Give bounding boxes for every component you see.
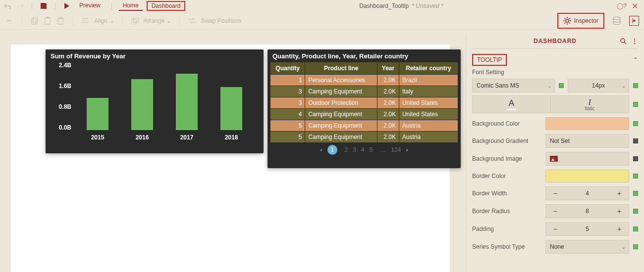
table-title: Quantity, Product line, Year, Retailer c… xyxy=(268,52,461,62)
svg-rect-5 xyxy=(58,18,63,24)
state-dot[interactable] xyxy=(633,209,638,214)
bar[interactable] xyxy=(220,87,242,130)
save-icon[interactable] xyxy=(39,1,48,10)
background-gradient-label: Background Gradient xyxy=(472,137,541,144)
table-row[interactable]: 5Camping Equipment2.0KAustria xyxy=(270,132,458,143)
state-dot[interactable] xyxy=(633,174,638,179)
table-row[interactable]: 3Camping Equipment2.0KItaly xyxy=(270,86,458,97)
arrange-dropdown[interactable]: Arrange ⌄ xyxy=(144,17,172,24)
state-dot[interactable] xyxy=(633,227,638,231)
state-dot[interactable] xyxy=(633,121,638,126)
align-icon xyxy=(81,16,90,25)
font-color-button[interactable]: A xyxy=(472,95,550,113)
align-dropdown[interactable]: Align ⌄ xyxy=(94,17,114,24)
revenue-chart-widget[interactable]: Sum of Revenue by Year 2.4B1.6B0.8B0.0B … xyxy=(46,49,264,153)
border-width-label: Border Width xyxy=(472,190,541,197)
background-image-label: Background Image xyxy=(472,155,541,162)
close-icon[interactable]: ✕ xyxy=(632,1,638,11)
workspace: Sum of Revenue by Year 2.4B1.6B0.8B0.0B … xyxy=(0,30,461,272)
gear-icon xyxy=(563,17,571,25)
play-icon[interactable] xyxy=(62,1,71,10)
title-bar: Preview Home Dashboard Dashboard_Tooltip… xyxy=(0,0,644,12)
minus-icon[interactable]: − xyxy=(550,207,561,215)
series-symbol-type-select[interactable]: None⌄ xyxy=(545,240,629,254)
tooltip-section-header[interactable]: TOOLTIP ⌃ xyxy=(472,54,638,66)
section-title: TOOLTIP xyxy=(472,54,507,66)
background-gradient-select[interactable]: Not Set xyxy=(545,134,629,148)
chevron-down-icon: ⌄ xyxy=(166,17,171,24)
border-color-swatch[interactable] xyxy=(545,170,629,182)
state-dot[interactable] xyxy=(633,138,638,143)
svg-rect-6 xyxy=(131,19,136,24)
dashboard-canvas[interactable]: Sum of Revenue by Year 2.4B1.6B0.8B0.0B … xyxy=(11,45,450,272)
pager-page[interactable]: 4 xyxy=(361,146,365,153)
preview-tab[interactable]: Preview xyxy=(75,1,105,11)
undo-icon[interactable] xyxy=(3,1,12,10)
state-dot[interactable] xyxy=(633,83,638,88)
panel-title: DASHBOARD xyxy=(534,38,577,45)
document-title: Dashboard_Tooltip* Unsaved * xyxy=(185,2,617,9)
copy-icon[interactable] xyxy=(30,16,39,25)
more-icon[interactable]: ⋮ xyxy=(632,38,638,45)
background-color-swatch[interactable] xyxy=(545,117,629,130)
table-row[interactable]: 5Camping Equipment2.0KAustria xyxy=(270,120,458,132)
bar[interactable] xyxy=(131,79,153,130)
chevron-down-icon: ⌄ xyxy=(622,244,626,250)
inspector-button[interactable]: Inspector xyxy=(557,13,604,29)
state-dot[interactable] xyxy=(633,244,638,249)
ribbon: ✂ Align ⌄ Arrange ⌄ Swap Positions Inspe… xyxy=(0,12,644,30)
x-axis-labels: 2015201620172018 xyxy=(75,134,254,141)
chart-bars xyxy=(75,65,254,130)
minus-icon[interactable]: − xyxy=(550,189,561,197)
pager-next-icon[interactable]: › xyxy=(406,146,408,153)
svg-point-9 xyxy=(613,17,620,20)
panel-toggle-icon[interactable] xyxy=(629,16,639,26)
font-family-select[interactable]: Comic Sans MS⌄ xyxy=(472,79,555,92)
data-table-widget[interactable]: Quantity, Product line, Year, Retailer c… xyxy=(268,49,461,168)
table-row[interactable]: 4Camping Equipment2.0KUnited States xyxy=(270,109,458,120)
search-icon[interactable] xyxy=(620,38,627,45)
delete-icon[interactable] xyxy=(56,16,65,25)
datasource-icon[interactable] xyxy=(611,16,622,25)
state-dot[interactable] xyxy=(559,83,564,88)
bar[interactable] xyxy=(176,74,198,130)
padding-stepper[interactable]: − 5 + xyxy=(545,222,629,236)
dashboard-tab[interactable]: Dashboard xyxy=(147,1,186,11)
border-radius-stepper[interactable]: − 8 + xyxy=(545,204,629,218)
border-width-stepper[interactable]: − 4 + xyxy=(545,186,629,200)
bar[interactable] xyxy=(87,98,108,130)
pager-prev-icon[interactable]: ‹ xyxy=(321,146,322,153)
pager-page[interactable]: 2 xyxy=(345,146,348,153)
plus-icon[interactable]: + xyxy=(614,189,625,197)
background-image-picker[interactable] xyxy=(545,152,629,166)
minus-icon[interactable]: − xyxy=(550,225,561,233)
swap-positions-button[interactable]: Swap Positions xyxy=(201,17,241,24)
svg-point-10 xyxy=(621,39,625,43)
svg-rect-2 xyxy=(33,17,38,23)
plus-icon[interactable]: + xyxy=(614,225,625,233)
pager-page[interactable]: 5 xyxy=(370,146,373,153)
help-icon[interactable]: ◯? xyxy=(617,2,627,9)
plus-icon[interactable]: + xyxy=(614,207,625,215)
chevron-down-icon: ⌄ xyxy=(547,83,551,89)
table-row[interactable]: 3Outdoor Protection2.0KUnited States xyxy=(270,97,458,109)
data-table: QuantityProduct lineYearRetailer country… xyxy=(270,62,458,143)
paste-icon[interactable] xyxy=(43,16,52,25)
cut-icon[interactable]: ✂ xyxy=(5,16,14,25)
pager-last[interactable]: 124 xyxy=(391,146,401,153)
font-size-select[interactable]: 14px⌄ xyxy=(568,79,629,92)
inspector-panel: DASHBOARD ⋮ TOOLTIP ⌃ Font Setting Comic… xyxy=(466,35,644,272)
chevron-down-icon: ⌄ xyxy=(622,83,626,89)
state-dot[interactable] xyxy=(633,102,638,107)
svg-rect-3 xyxy=(45,18,50,24)
state-dot[interactable] xyxy=(633,191,638,196)
home-tab[interactable]: Home xyxy=(119,1,143,11)
inspector-label: Inspector xyxy=(574,17,598,24)
pager-current[interactable]: 1 xyxy=(327,145,337,155)
redo-icon[interactable] xyxy=(16,1,25,10)
italic-button[interactable]: IItalic xyxy=(550,95,629,113)
pager-page[interactable]: 3 xyxy=(353,146,356,153)
background-color-label: Background Color xyxy=(472,120,541,127)
state-dot[interactable] xyxy=(633,156,638,161)
table-row[interactable]: 1Personal Accessories2.0KBrazil xyxy=(270,75,458,86)
